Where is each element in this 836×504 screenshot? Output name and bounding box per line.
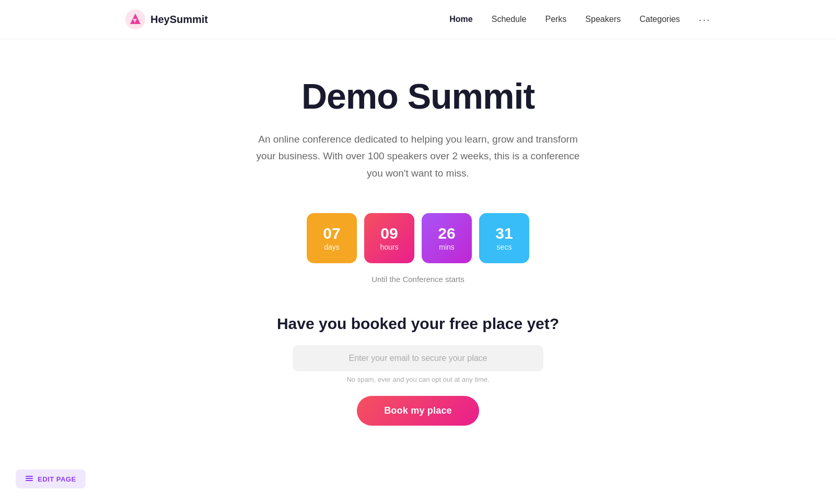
mins-number: 26 [438, 225, 455, 242]
mins-label: mins [439, 243, 455, 251]
countdown-caption: Until the Conference starts [371, 275, 465, 284]
nav-more-button[interactable]: ··· [699, 14, 711, 26]
navbar: HeySummit Home Schedule Perks Speakers C… [0, 0, 836, 39]
edit-page-button[interactable]: EDIT PAGE [16, 470, 86, 488]
logo-area[interactable]: HeySummit [125, 9, 208, 29]
logo-text: HeySummit [150, 14, 208, 26]
logo-icon [125, 9, 145, 29]
edit-page-label: EDIT PAGE [38, 475, 76, 483]
nav-item-perks[interactable]: Perks [545, 15, 566, 24]
nav-item-schedule[interactable]: Schedule [492, 15, 527, 24]
nav-links: Home Schedule Perks Speakers Categories … [449, 14, 711, 26]
booking-section: Have you booked your free place yet? No … [235, 315, 601, 426]
hours-number: 09 [380, 225, 398, 242]
nav-link-speakers[interactable]: Speakers [585, 15, 621, 24]
countdown-tiles: 07 days 09 hours 26 mins 31 secs [307, 213, 529, 263]
nav-item-speakers[interactable]: Speakers [585, 15, 621, 24]
nav-item-categories[interactable]: Categories [640, 15, 680, 24]
svg-rect-5 [26, 476, 33, 477]
secs-number: 31 [495, 225, 513, 242]
countdown-tile-days: 07 days [307, 213, 357, 263]
page-description: An online conference dedicated to helpin… [251, 131, 585, 182]
nav-link-perks[interactable]: Perks [545, 15, 566, 24]
no-spam-text: No spam, ever and you can opt out at any… [346, 376, 489, 383]
hours-label: hours [380, 243, 398, 251]
email-input[interactable] [293, 345, 543, 371]
booking-title: Have you booked your free place yet? [277, 315, 559, 333]
nav-link-home[interactable]: Home [449, 15, 472, 24]
page-title: Demo Summit [301, 76, 535, 116]
secs-label: secs [497, 243, 512, 251]
countdown-tile-secs: 31 secs [479, 213, 529, 263]
edit-layers-icon [25, 475, 33, 483]
days-label: days [324, 243, 340, 251]
nav-link-schedule[interactable]: Schedule [492, 15, 527, 24]
days-number: 07 [323, 225, 340, 242]
countdown-tile-hours: 09 hours [364, 213, 414, 263]
main-content: Demo Summit An online conference dedicat… [0, 39, 836, 447]
more-dots-icon[interactable]: ··· [699, 14, 711, 25]
countdown-tile-mins: 26 mins [422, 213, 472, 263]
nav-link-categories[interactable]: Categories [640, 15, 680, 24]
book-my-place-button[interactable]: Book my place [357, 396, 479, 426]
countdown-wrapper: 07 days 09 hours 26 mins 31 secs Until t… [307, 213, 529, 284]
svg-rect-3 [26, 480, 33, 481]
nav-item-home[interactable]: Home [449, 15, 472, 24]
svg-rect-4 [26, 478, 33, 479]
